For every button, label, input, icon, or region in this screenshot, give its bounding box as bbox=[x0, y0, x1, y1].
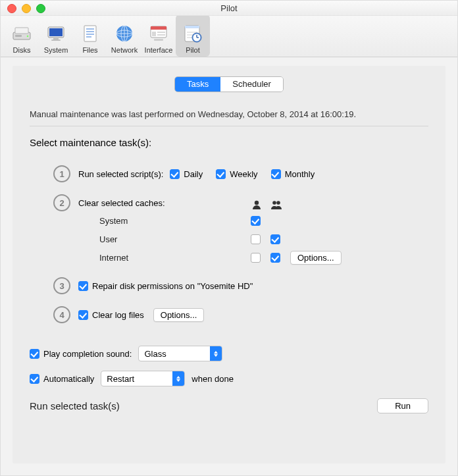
svg-rect-8 bbox=[84, 26, 96, 41]
tab-scheduler[interactable]: Scheduler bbox=[220, 77, 283, 92]
cache-label-system: System bbox=[99, 216, 251, 226]
sound-label: Play completion sound: bbox=[43, 349, 132, 359]
checkbox-clearlogs[interactable] bbox=[78, 310, 88, 320]
svg-rect-7 bbox=[51, 40, 61, 41]
auto-suffix: when done bbox=[191, 374, 234, 384]
svg-rect-25 bbox=[185, 26, 199, 28]
checkbox-auto[interactable] bbox=[30, 374, 39, 384]
cache-label-user: User bbox=[99, 234, 251, 244]
svg-rect-3 bbox=[15, 35, 22, 37]
cache-row-internet: Internet Options... bbox=[99, 248, 428, 267]
minimize-icon[interactable] bbox=[22, 4, 31, 13]
label-daily: Daily bbox=[184, 169, 203, 179]
scripts-label: Run selected script(s): bbox=[78, 169, 163, 179]
step-2-badge: 2 bbox=[53, 194, 70, 211]
svg-point-33 bbox=[255, 201, 259, 205]
step-3-badge: 3 bbox=[53, 277, 70, 294]
multi-user-icon bbox=[270, 199, 282, 211]
svg-point-2 bbox=[27, 36, 29, 38]
files-icon bbox=[78, 23, 102, 44]
titlebar: Pilot bbox=[1, 1, 457, 16]
toolbar-item-system[interactable]: System bbox=[39, 14, 73, 57]
svg-rect-23 bbox=[154, 39, 163, 41]
repair-label: Repair disk permissions on "Yosemite HD" bbox=[92, 281, 253, 291]
step-4-badge: 4 bbox=[53, 306, 70, 323]
checkbox-weekly[interactable] bbox=[216, 169, 226, 179]
tab-tasks[interactable]: Tasks bbox=[175, 77, 220, 92]
run-button[interactable]: Run bbox=[377, 398, 428, 413]
svg-rect-21 bbox=[157, 32, 165, 33]
toolbar-item-pilot[interactable]: Pilot bbox=[176, 14, 210, 57]
clearlogs-label: Clear log files bbox=[92, 310, 144, 320]
chevron-updown-icon bbox=[172, 371, 184, 386]
run-label: Run selected task(s) bbox=[30, 400, 120, 411]
toolbar-item-interface[interactable]: Interface bbox=[141, 14, 176, 57]
svg-rect-20 bbox=[152, 32, 156, 36]
chevron-updown-icon bbox=[210, 346, 222, 361]
cache-label-internet: Internet bbox=[99, 253, 251, 263]
auto-select[interactable]: Restart bbox=[101, 371, 185, 386]
row-clearlogs: 4 Clear log files Options... bbox=[53, 306, 428, 323]
svg-rect-1 bbox=[15, 28, 28, 34]
divider bbox=[30, 126, 428, 126]
checkbox-daily[interactable] bbox=[170, 169, 180, 179]
label-monthly: Monthly bbox=[285, 169, 315, 179]
content-panel: Tasks Scheduler Manual maintenance was l… bbox=[13, 66, 445, 463]
checkbox-monthly[interactable] bbox=[271, 169, 281, 179]
single-user-icon bbox=[251, 199, 263, 211]
close-icon[interactable] bbox=[7, 4, 16, 13]
checkbox-internet-single[interactable] bbox=[251, 253, 261, 263]
clearlogs-options-button[interactable]: Options... bbox=[153, 308, 205, 322]
system-icon bbox=[44, 23, 68, 44]
checkbox-internet-multi[interactable] bbox=[270, 253, 280, 263]
internet-options-button[interactable]: Options... bbox=[290, 251, 342, 265]
row-scripts: 1 Run selected script(s): Daily Weekly M… bbox=[53, 165, 428, 182]
zoom-icon[interactable] bbox=[36, 4, 45, 13]
row-auto: Automatically Restart when done bbox=[30, 371, 428, 386]
checkbox-system-single[interactable] bbox=[251, 216, 261, 226]
toolbar: Disks System Files Network Interface bbox=[1, 16, 457, 57]
disks-icon bbox=[10, 23, 34, 44]
row-sound: Play completion sound: Glass bbox=[30, 346, 428, 361]
auto-prefix: Automatically bbox=[43, 374, 94, 384]
checkbox-sound[interactable] bbox=[30, 349, 39, 359]
checkbox-repair[interactable] bbox=[78, 281, 88, 291]
svg-point-34 bbox=[272, 201, 276, 205]
tasks-heading: Select maintenance task(s): bbox=[30, 137, 428, 148]
svg-rect-22 bbox=[157, 34, 165, 36]
svg-rect-6 bbox=[53, 38, 59, 40]
toolbar-item-files[interactable]: Files bbox=[73, 14, 107, 57]
tab-segmented-control: Tasks Scheduler bbox=[174, 76, 284, 92]
network-icon bbox=[113, 23, 136, 44]
toolbar-item-disks[interactable]: Disks bbox=[5, 14, 39, 57]
cache-row-system: System bbox=[99, 211, 428, 230]
svg-point-35 bbox=[276, 201, 280, 205]
sound-select[interactable]: Glass bbox=[138, 346, 222, 361]
window-title: Pilot bbox=[1, 3, 457, 13]
toolbar-item-network[interactable]: Network bbox=[107, 14, 141, 57]
footer: Run selected task(s) Run bbox=[13, 398, 445, 413]
svg-rect-19 bbox=[151, 26, 166, 30]
pilot-icon bbox=[181, 23, 205, 44]
cache-row-user: User bbox=[99, 230, 428, 248]
row-repair: 3 Repair disk permissions on "Yosemite H… bbox=[53, 277, 428, 294]
svg-rect-5 bbox=[49, 28, 63, 36]
label-weekly: Weekly bbox=[230, 169, 257, 179]
caches-label: Clear selected caches: bbox=[78, 198, 165, 208]
app-window: Pilot Disks System Files Network bbox=[0, 0, 458, 476]
interface-icon bbox=[147, 23, 170, 44]
checkbox-user-multi[interactable] bbox=[270, 234, 280, 244]
last-run-status: Manual maintenance was last performed on… bbox=[30, 109, 428, 119]
checkbox-user-single[interactable] bbox=[251, 234, 261, 244]
step-1-badge: 1 bbox=[53, 165, 70, 182]
